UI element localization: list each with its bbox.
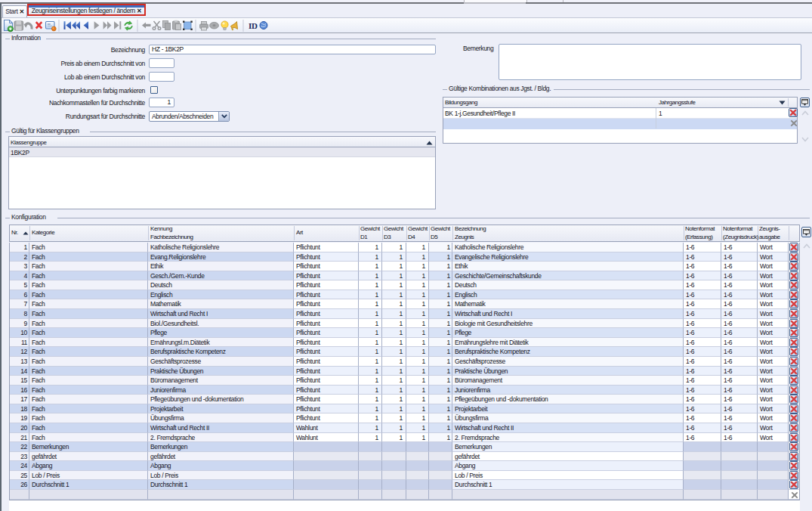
- svg-text:ID: ID: [249, 21, 258, 30]
